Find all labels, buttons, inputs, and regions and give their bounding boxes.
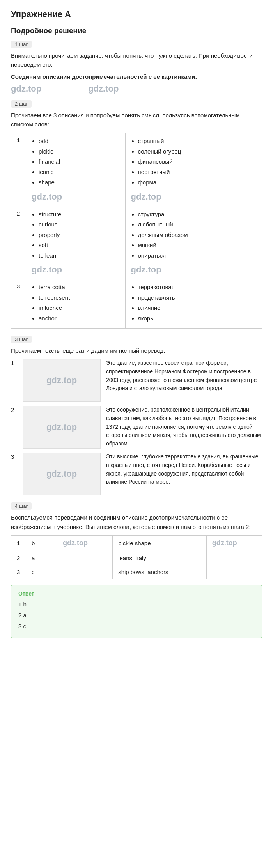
vocab-ru-item: мягкий [138,241,256,250]
vocab-ru-col-2: структуралюбопытныйдолжным образоммягкий… [125,206,262,279]
page-subtitle: Подробное решение [11,27,262,35]
watermark-answer: gdz.top [63,539,88,547]
trans-text-2: Это сооружение, расположенное в централь… [106,406,262,448]
step1-bold: Соединим описания достопримечательностей… [11,73,262,80]
vocab-en-item: soft [39,241,120,250]
trans-num: 1 [11,359,23,366]
vocab-en-item: shape [39,178,120,187]
vocab-en-item: anchor [39,314,120,323]
vocab-en-item: odd [39,137,120,146]
watermark-vocab-ru: gdz.top [131,192,161,202]
vocab-ru-item: форма [138,178,256,187]
answer-row-num: 2 [11,551,26,565]
watermark-vocab: gdz.top [32,265,62,275]
vocab-ru-col-3: терракотоваяпредставлятьвлияниеякорь [125,279,262,329]
watermark-vocab: gdz.top [32,192,62,202]
vocab-en-item: iconic [39,168,120,177]
step1-badge: 1 шаг [11,41,32,48]
trans-row-1: 1gdz.topЭто здание, известное своей стра… [11,359,262,402]
vocab-table: 1oddpicklefinancialiconicshapegdz.topстр… [11,133,262,329]
answer-row-desc: leans, Italy [113,551,207,565]
vocab-en-item: properly [39,231,120,240]
trans-image-placeholder-3: gdz.top [23,453,101,495]
step4-badge: 4 шаг [11,502,32,510]
vocab-en-item: to represent [39,293,120,302]
vocab-en-item: structure [39,210,120,219]
answer-row-letter: b [26,535,57,551]
vocab-row-num-3: 3 [11,279,26,329]
step1-text: Внимательно прочитаем задание, чтобы пон… [11,51,262,69]
answer-spacer-2 [206,565,262,579]
trans-text-3: Эти высокие, глубокие терракотовые здани… [106,453,262,486]
answers-table: 1bgdz.toppickle shapegdz.top2aleans, Ita… [11,535,262,579]
trans-num: 2 [11,406,23,413]
trans-row-2: 2gdz.topЭто сооружение, расположенное в … [11,406,262,449]
trans-image-placeholder-2: gdz.top [23,406,101,449]
answer-box-label: Ответ [18,590,255,597]
table-row: 1bgdz.toppickle shapegdz.top [11,535,262,551]
vocab-ru-item: структура [138,210,256,219]
watermark-trans: gdz.top [46,469,77,479]
watermark-cell-2: gdz.top [206,535,262,551]
answer-box-item: 3 c [18,622,255,631]
vocab-ru-item: влияние [138,304,256,313]
answer-spacer-2 [206,551,262,565]
answer-row-num: 3 [11,565,26,579]
table-row: 3cship bows, anchors [11,565,262,579]
answer-box: Ответ 1 b2 a3 c [11,585,262,638]
vocab-ru-item: финансовый [138,157,256,166]
answer-row-num: 1 [11,535,26,551]
answer-box-item: 2 a [18,611,255,620]
vocab-ru-item: соленый огурец [138,147,256,156]
vocab-row-num-1: 1 [11,133,26,206]
vocab-row-num-2: 2 [11,206,26,279]
step2-text: Прочитаем все 3 описания и попробуем пон… [11,111,262,129]
step3-badge: 3 шаг [11,336,32,343]
step2-section: 2 шаг Прочитаем все 3 описания и попробу… [11,100,262,329]
table-row: 2aleans, Italy [11,551,262,565]
vocab-ru-item: опираться [138,251,256,260]
vocab-ru-item: терракотовая [138,283,256,292]
answer-row-letter: c [26,565,57,579]
trans-num: 3 [11,453,23,460]
vocab-ru-item: представлять [138,293,256,302]
answer-spacer [57,565,113,579]
vocab-en-col-2: structurecuriousproperlysoftto leangdz.t… [26,206,126,279]
watermark-2: gdz.top [88,84,119,94]
page-title: Упражнение А [11,9,262,19]
trans-row-3: 3gdz.topЭти высокие, глубокие терракотов… [11,453,262,495]
vocab-en-item: curious [39,220,120,229]
vocab-ru-item: портретный [138,168,256,177]
answer-spacer [57,551,113,565]
vocab-en-item: terra cotta [39,283,120,292]
step3-section: 3 шаг Прочитаем тексты еще раз и дадим и… [11,336,262,495]
answer-box-item: 1 b [18,600,255,609]
translation-section: 1gdz.topЭто здание, известное своей стра… [11,359,262,495]
answer-row-desc: pickle shape [113,535,207,551]
vocab-en-item: pickle [39,147,120,156]
vocab-en-item: financial [39,157,120,166]
vocab-ru-item: странный [138,137,256,146]
vocab-en-item: influence [39,304,120,313]
answer-row-letter: a [26,551,57,565]
step3-text: Прочитаем тексты еще раз и дадим им полн… [11,346,262,355]
vocab-ru-col-1: странныйсоленый огурецфинансовыйпортретн… [125,133,262,206]
watermark-cell: gdz.top [57,535,113,551]
trans-text-1: Это здание, известное своей странной фор… [106,359,262,393]
vocab-ru-item: якорь [138,314,256,323]
watermark-trans: gdz.top [46,422,77,432]
step1-section: 1 шаг Внимательно прочитаем задание, что… [11,41,262,94]
vocab-en-col-1: oddpicklefinancialiconicshapegdz.top [26,133,126,206]
step4-section: 4 шаг Воспользуемся переводами и соедини… [11,502,262,579]
vocab-ru-item: должным образом [138,231,256,240]
watermark-trans: gdz.top [46,375,77,385]
vocab-ru-item: любопытный [138,220,256,229]
step4-text: Воспользуемся переводами и соединим опис… [11,513,262,531]
trans-image-placeholder-1: gdz.top [23,359,101,402]
vocab-en-col-3: terra cottato representinfluenceanchor [26,279,126,329]
vocab-en-item: to lean [39,251,120,260]
step2-badge: 2 шаг [11,100,32,108]
watermark-answer-2: gdz.top [212,539,237,547]
watermark-1: gdz.top [11,84,41,94]
answer-row-desc: ship bows, anchors [113,565,207,579]
